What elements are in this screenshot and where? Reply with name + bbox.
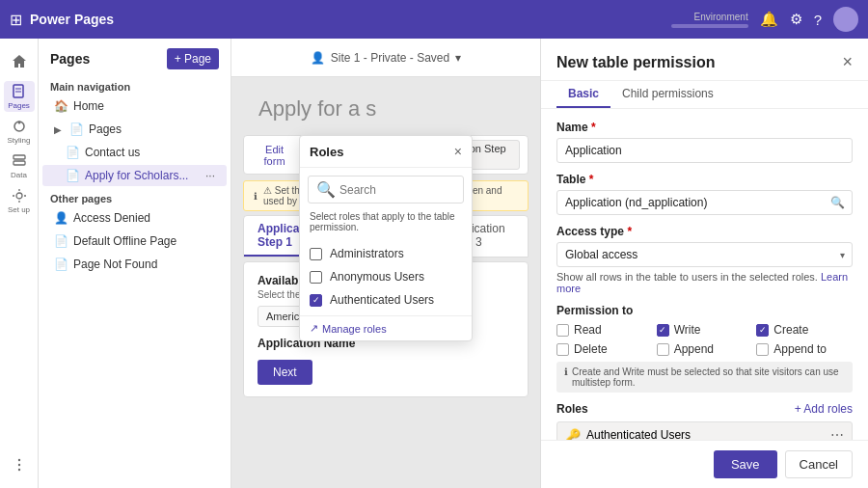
save-button[interactable]: Save bbox=[714, 450, 777, 478]
setup-icon bbox=[12, 188, 27, 203]
site-chevron: ▾ bbox=[455, 51, 461, 65]
svg-point-4 bbox=[17, 121, 20, 123]
tab-child-permissions[interactable]: Child permissions bbox=[610, 81, 725, 108]
setup-icon-label: Set up bbox=[8, 205, 30, 214]
right-panel: New table permission × Basic Child permi… bbox=[540, 39, 868, 488]
main-layout: Pages Styling Data Set up Pages + Page M… bbox=[0, 39, 868, 488]
next-button[interactable]: Next bbox=[258, 360, 312, 385]
sidebar-item-data[interactable]: Data bbox=[4, 150, 35, 181]
perm-write-checkbox[interactable]: ✓ bbox=[657, 324, 669, 337]
role-admins-checkbox[interactable] bbox=[310, 248, 322, 260]
role-tag: 🔑 Authenticated Users ⋯ bbox=[556, 421, 853, 440]
roles-list: Administrators Anonymous Users ✓ Authent… bbox=[300, 238, 472, 315]
perm-create-checkbox[interactable]: ✓ bbox=[756, 324, 769, 337]
role-anon-checkbox[interactable] bbox=[310, 271, 322, 284]
name-field-group: Name * bbox=[556, 121, 853, 163]
svg-point-10 bbox=[17, 469, 19, 471]
nav-item-access-denied[interactable]: 👤 Access Denied bbox=[42, 207, 227, 229]
role-item-anon[interactable]: Anonymous Users bbox=[300, 265, 472, 288]
grid-icon[interactable]: ⊞ bbox=[10, 11, 22, 29]
roles-title: Roles bbox=[310, 145, 343, 159]
panel-close-button[interactable]: × bbox=[842, 52, 853, 72]
access-type-select[interactable]: Global access bbox=[556, 242, 853, 267]
nav-item-not-found[interactable]: 📄 Page Not Found bbox=[42, 254, 227, 275]
add-page-button[interactable]: + Page bbox=[167, 48, 219, 69]
perm-append-to-checkbox[interactable] bbox=[756, 343, 769, 356]
avatar[interactable] bbox=[833, 7, 858, 32]
not-found-label: Page Not Found bbox=[73, 258, 157, 271]
sidebar-item-styling[interactable]: Styling bbox=[4, 116, 35, 147]
nav-item-home[interactable]: 🏠 Home bbox=[42, 95, 227, 117]
role-item-auth[interactable]: ✓ Authenticated Users bbox=[300, 288, 472, 312]
svg-point-9 bbox=[17, 464, 19, 466]
topbar-right: Environment 🔔 ⚙ ? bbox=[671, 7, 858, 32]
pages-panel-title: Pages bbox=[50, 51, 90, 67]
settings-icon[interactable]: ⚙ bbox=[790, 11, 802, 28]
nav-item-apply[interactable]: 📄 Apply for Scholars... ··· bbox=[42, 165, 227, 186]
roles-section: Roles + Add roles 🔑 Authenticated Users … bbox=[556, 402, 853, 440]
offline-label: Default Offline Page bbox=[73, 234, 176, 248]
svg-point-8 bbox=[17, 459, 19, 461]
nav-item-pages[interactable]: ▶ 📄 Pages bbox=[42, 119, 227, 140]
perm-create-label: Create bbox=[773, 323, 808, 337]
nav-item-contact[interactable]: 📄 Contact us bbox=[42, 142, 227, 163]
data-icon bbox=[12, 153, 27, 169]
name-label: Name * bbox=[556, 121, 853, 134]
contact-nav-label: Contact us bbox=[85, 146, 140, 159]
topbar: ⊞ Power Pages Environment 🔔 ⚙ ? bbox=[0, 0, 868, 39]
pages-nav-label: Pages bbox=[89, 122, 122, 136]
table-label: Table * bbox=[556, 173, 853, 186]
role-item-admins[interactable]: Administrators bbox=[300, 242, 472, 265]
access-type-field-group: Access type * Global access ▾ Show all r… bbox=[556, 225, 853, 294]
table-input[interactable] bbox=[556, 190, 853, 215]
nav-item-offline[interactable]: 📄 Default Offline Page bbox=[42, 230, 227, 252]
perm-create: ✓ Create bbox=[756, 323, 853, 337]
table-search-icon: 🔍 bbox=[830, 196, 845, 209]
contact-nav-icon: 📄 bbox=[66, 146, 79, 159]
pages-icon bbox=[12, 84, 27, 99]
perm-append-to-label: Append to bbox=[773, 342, 827, 356]
sidebar-item-home[interactable] bbox=[4, 46, 35, 77]
perm-read-label: Read bbox=[574, 323, 602, 337]
main-nav-label: Main navigation bbox=[39, 75, 231, 95]
more-options-icon[interactable] bbox=[4, 449, 35, 480]
access-denied-icon: 👤 bbox=[54, 211, 68, 225]
manage-roles-link[interactable]: ↗ Manage roles bbox=[300, 315, 472, 340]
roles-search-input[interactable] bbox=[339, 183, 455, 197]
role-tag-label: Authenticated Users bbox=[586, 428, 691, 440]
data-icon-label: Data bbox=[11, 171, 27, 179]
cancel-button[interactable]: Cancel bbox=[785, 450, 853, 478]
name-input[interactable] bbox=[556, 138, 853, 163]
role-admins-label: Administrators bbox=[330, 247, 404, 260]
perm-delete-checkbox[interactable] bbox=[556, 343, 569, 356]
edit-form-button[interactable]: Edit form bbox=[252, 142, 297, 169]
home-nav-icon: 🏠 bbox=[54, 99, 68, 113]
perm-append: Append bbox=[657, 342, 753, 356]
apply-nav-icon: 📄 bbox=[66, 169, 79, 182]
role-auth-checkbox[interactable]: ✓ bbox=[310, 294, 322, 307]
roles-close-button[interactable]: × bbox=[454, 144, 462, 159]
roles-description: Select roles that apply to the table per… bbox=[300, 211, 472, 238]
apply-nav-label: Apply for Scholars... bbox=[85, 169, 188, 182]
bell-icon[interactable]: 🔔 bbox=[760, 11, 778, 28]
permission-to-label: Permission to bbox=[556, 304, 853, 317]
help-icon[interactable]: ? bbox=[814, 12, 822, 28]
environment-info: Environment bbox=[671, 12, 748, 28]
sidebar-item-setup[interactable]: Set up bbox=[4, 185, 35, 216]
roles-section-title: Roles bbox=[556, 402, 588, 416]
add-roles-button[interactable]: + Add roles bbox=[795, 402, 853, 416]
permission-grid: Read ✓ Write ✓ Create Delete bbox=[556, 323, 853, 356]
apply-nav-more[interactable]: ··· bbox=[205, 169, 215, 182]
pages-expand-arrow: ▶ bbox=[54, 124, 62, 135]
perm-append-checkbox[interactable] bbox=[657, 343, 669, 356]
roles-section-header: Roles + Add roles bbox=[556, 402, 853, 416]
home-icon bbox=[12, 54, 27, 69]
dots-icon bbox=[12, 457, 27, 473]
pages-header: Pages + Page bbox=[39, 39, 231, 75]
role-tag-more[interactable]: ⋯ bbox=[830, 427, 844, 440]
site-person-icon: 👤 bbox=[311, 51, 325, 65]
perm-delete: Delete bbox=[556, 342, 653, 356]
perm-read-checkbox[interactable] bbox=[556, 324, 569, 337]
sidebar-item-pages[interactable]: Pages bbox=[4, 81, 35, 112]
tab-basic[interactable]: Basic bbox=[556, 81, 610, 108]
